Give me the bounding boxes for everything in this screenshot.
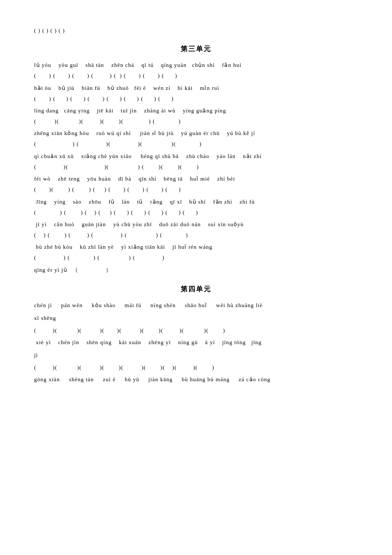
- section4-line5: jì: [34, 350, 358, 361]
- section3-line8: jī yì căn huò guān jiàn yù chū yòu zhī d…: [34, 219, 358, 240]
- pinyin: xī shēng: [34, 313, 358, 324]
- section3-line7: Jīng yíng sào zhōu fǔ làn tǔ rǎng qī xī …: [34, 196, 358, 217]
- section3-line3: líng dang cāng ying jiē kāi tuī jìn zhàn…: [34, 105, 358, 126]
- brackets: ( )( ) ( ) ( ) ( ) ( ) ( ) ( ): [34, 184, 358, 194]
- section3-line6: féi wò zhē teng yōu huàn dī bà qīn shí b…: [34, 173, 358, 194]
- brackets: ( )( )( )( )( )( )( )( )( ): [34, 362, 358, 372]
- pinyin: hǎi ōu bǔ jiù biān fú bǔ zhuō fēi é wén …: [34, 83, 358, 94]
- pinyin: bù zhé bù kòu kū zhī làn yè yì xiǎng tiā…: [34, 242, 358, 253]
- page-content: ( ) ( ) ( ) ( ) 第三单元 lǔ yóu yòu guī shā …: [34, 26, 358, 385]
- brackets: ( ) ( )( )( )( ): [34, 139, 358, 149]
- pinyin: Jīng yíng sào zhōu fǔ làn tǔ rǎng qī xī …: [34, 196, 358, 207]
- pinyin: zhēng xiān kǒng hòu ruò wú qí shì jiàn s…: [34, 128, 358, 139]
- section4-line1: chén jì pán wèn kǒu shào mái fú níng shé…: [34, 300, 358, 311]
- section4-title: 第四单元: [34, 283, 358, 296]
- pinyin: gòng xiàn shèng tán zuì è hū yù jiàn kān…: [34, 374, 358, 385]
- section4-line6: ( )( )( )( )( )( )( )( )( ): [34, 362, 358, 372]
- section4-line2: xī shēng: [34, 313, 358, 324]
- section3-line5: qì chuǎn xū xū xiǎng chè yún xiāo héng q…: [34, 151, 358, 172]
- section4-line4: xiè yì chén jìn shēn qíng kāi xuān zhēng…: [34, 337, 358, 348]
- brackets: ( ) ( ) ( ) ( ) ( ) ( ) ( ) ( ): [34, 94, 358, 104]
- section3-line9: bù zhé bù kòu kū zhī làn yè yì xiǎng tiā…: [34, 242, 358, 262]
- pinyin: qì chuǎn xū xū xiǎng chè yún xiāo héng q…: [34, 151, 358, 162]
- pinyin: xiè yì chén jìn shēn qíng kāi xuān zhēng…: [34, 337, 358, 348]
- pinyin: lǔ yóu yòu guī shā tān zhēn chá qī tú qí…: [34, 60, 358, 71]
- section3-line1: lǔ yóu yòu guī shā tān zhēn chá qī tú qí…: [34, 60, 358, 81]
- brackets: ( ) ( ) ( ) ( ) ( ) ( ) ( ) ( ) ( ): [34, 207, 358, 217]
- pinyin: jī yì căn huò guān jiàn yù chū yòu zhī d…: [34, 219, 358, 230]
- section3-title: 第三单元: [34, 43, 358, 55]
- brackets: ( )( )( )( )( ) ( ): [34, 116, 358, 126]
- brackets: ( )( )( ) ( )( )( ): [34, 162, 358, 172]
- brackets: ( ) ( ) ( ) ( ) ( ) ( ) ( ) ( ): [34, 71, 358, 81]
- section3-line4: zhēng xiān kǒng hòu ruò wú qí shì jiàn s…: [34, 128, 358, 149]
- section4-line7: gòng xiàn shèng tán zuì è hū yù jiàn kān…: [34, 374, 358, 385]
- pinyin: qīng ér yì jǔ （ ）: [34, 265, 358, 276]
- pinyin: féi wò zhē teng yōu huàn dī bà qīn shí b…: [34, 173, 358, 184]
- section3-line2: hǎi ōu bǔ jiù biān fú bǔ zhuō fēi é wén …: [34, 83, 358, 104]
- brackets: ( )( )( )( )( )( )( )( )( ): [34, 325, 358, 335]
- top-bracket-line: ( ) ( ) ( ) ( ): [34, 26, 358, 35]
- pinyin: chén jì pán wèn kǒu shào mái fú níng shé…: [34, 300, 358, 311]
- brackets: ( ) ( ) ( ) ( ): [34, 253, 358, 262]
- section4-line3: ( )( )( )( )( )( )( )( )( ): [34, 325, 358, 335]
- pinyin: líng dang cāng ying jiē kāi tuī jìn zhàn…: [34, 105, 358, 116]
- section3-line10: qīng ér yì jǔ （ ）: [34, 265, 358, 276]
- pinyin: jì: [34, 350, 358, 361]
- brackets: ( ) ( ) ( ) ( ) ( ) ( ): [34, 230, 358, 240]
